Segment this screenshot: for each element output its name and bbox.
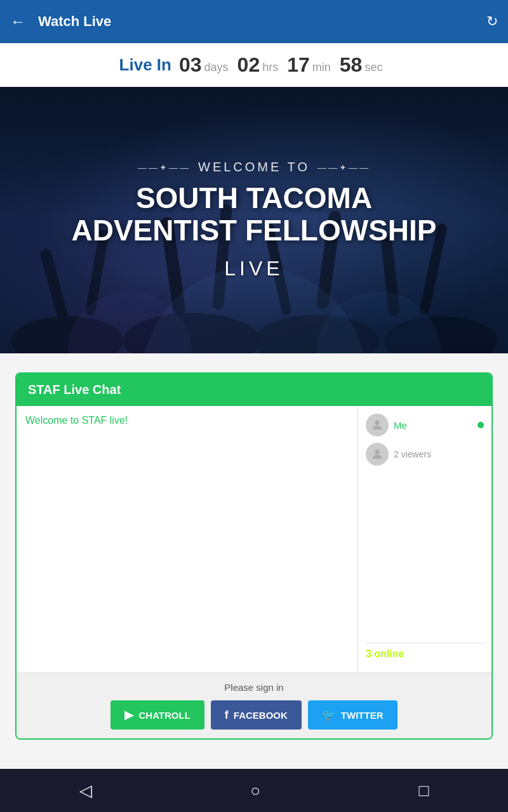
church-name: SOUTH TACOMAADVENTIST FELLOWSHIP	[72, 182, 437, 246]
chat-header: STAF Live Chat	[17, 374, 491, 406]
top-bar: ← Watch Live ↻	[0, 0, 508, 43]
online-count: 3 online	[366, 643, 484, 665]
countdown-label: Live In	[119, 55, 171, 75]
chatroll-label: CHATROLL	[138, 710, 190, 721]
signin-section: Please sign in ▶ CHATROLL f FACEBOOK 🐦 T…	[17, 672, 491, 738]
svg-point-15	[375, 421, 379, 425]
twitter-icon: 🐦	[322, 708, 336, 722]
countdown-hrs-unit: hrs	[262, 61, 278, 77]
svg-rect-4	[39, 247, 69, 322]
countdown-hrs-value: 02	[237, 53, 260, 77]
bottom-nav: ◁ ○ □	[0, 769, 508, 812]
signin-buttons: ▶ CHATROLL f FACEBOOK 🐦 TWITTER	[25, 700, 483, 730]
chat-messages[interactable]: Welcome to STAF live!	[17, 406, 358, 672]
chatroll-icon: ▶	[124, 708, 133, 722]
viewer-name-me: Me	[394, 420, 472, 431]
spacer	[0, 353, 508, 372]
nav-home-button[interactable]: ○	[250, 781, 260, 801]
viewer-item-count: 2 viewers	[366, 443, 484, 466]
online-indicator	[478, 422, 484, 428]
live-label: LIVE	[72, 257, 437, 280]
countdown-bar: Live In 03 days 02 hrs 17 min 58 sec	[0, 43, 508, 87]
twitter-signin-button[interactable]: 🐦 TWITTER	[308, 700, 398, 730]
nav-back-button[interactable]: ◁	[79, 781, 92, 801]
avatar-viewers	[366, 443, 389, 466]
countdown-days-unit: days	[204, 61, 229, 77]
countdown-sec-unit: sec	[364, 61, 382, 77]
chatroll-signin-button[interactable]: ▶ CHATROLL	[110, 700, 204, 730]
countdown-sec-value: 58	[340, 53, 363, 77]
video-banner[interactable]: ——✦—— WELCOME TO ——✦—— SOUTH TACOMAADVEN…	[0, 87, 508, 353]
banner-text: ——✦—— WELCOME TO ——✦—— SOUTH TACOMAADVEN…	[72, 160, 437, 280]
countdown-min-value: 17	[287, 53, 310, 77]
avatar-me	[366, 414, 389, 436]
svg-point-16	[375, 450, 379, 454]
facebook-label: FACEBOOK	[234, 710, 288, 721]
facebook-signin-button[interactable]: f FACEBOOK	[211, 700, 302, 730]
chat-body: Welcome to STAF live! Me	[17, 406, 491, 672]
nav-recents-button[interactable]: □	[419, 781, 429, 801]
chat-sidebar: Me 2 viewers 3 online	[358, 406, 491, 672]
page-title: Watch Live	[38, 13, 486, 30]
twitter-label: TWITTER	[341, 710, 384, 721]
refresh-button[interactable]: ↻	[486, 13, 498, 30]
chat-welcome-message: Welcome to STAF live!	[25, 415, 349, 426]
countdown-min-unit: min	[312, 61, 331, 77]
live-chat-container: STAF Live Chat Welcome to STAF live! Me	[15, 372, 493, 740]
back-button[interactable]: ←	[10, 13, 25, 30]
countdown-days-value: 03	[179, 53, 202, 77]
welcome-text: WELCOME TO	[198, 160, 310, 174]
viewer-count: 2 viewers	[394, 449, 431, 459]
facebook-icon: f	[225, 709, 229, 722]
viewer-item-me: Me	[366, 414, 484, 436]
signin-text: Please sign in	[25, 682, 483, 693]
